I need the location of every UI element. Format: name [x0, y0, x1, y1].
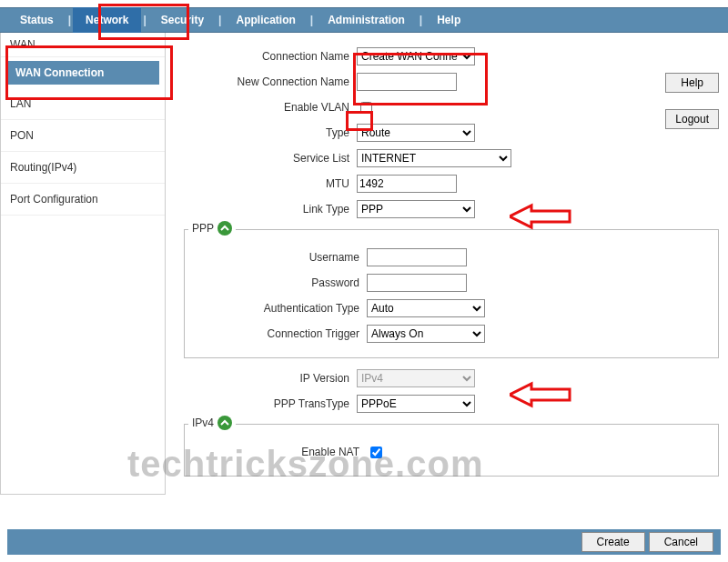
- sidebar: WAN WAN Connection LAN PON Routing(IPv4)…: [0, 33, 166, 495]
- ipv4-legend-label: IPv4: [192, 416, 214, 429]
- password-input[interactable]: [367, 274, 467, 292]
- ip-version-label: IP Version: [184, 372, 357, 385]
- top-nav: Status | Network | Security | Applicatio…: [0, 7, 728, 33]
- enable-nat-label: Enable NAT: [194, 446, 367, 458]
- main-panel: Connection Name Create WAN Conne New Con…: [166, 33, 728, 495]
- enable-vlan-label: Enable VLAN: [184, 101, 357, 114]
- help-button[interactable]: Help: [665, 73, 719, 93]
- nav-network[interactable]: Network: [73, 7, 141, 33]
- auth-type-label: Authentication Type: [194, 302, 367, 315]
- username-input[interactable]: [367, 248, 467, 266]
- service-list-label: Service List: [184, 152, 357, 165]
- enable-vlan-checkbox[interactable]: [360, 102, 372, 114]
- auth-type-select[interactable]: Auto: [367, 299, 485, 317]
- ipv4-fieldset: IPv4 Enable NAT: [184, 424, 719, 477]
- ppp-transtype-label: PPP TransType: [184, 397, 357, 410]
- mtu-label: MTU: [184, 177, 357, 190]
- nav-separator: |: [308, 14, 315, 26]
- ppp-transtype-select[interactable]: PPPoE: [357, 395, 475, 413]
- nav-status[interactable]: Status: [7, 7, 66, 33]
- sidebar-item-lan[interactable]: LAN: [1, 88, 165, 120]
- nav-administration[interactable]: Administration: [315, 7, 418, 33]
- create-button[interactable]: Create: [581, 532, 645, 552]
- sidebar-item-wan-connection[interactable]: WAN Connection: [6, 61, 159, 85]
- service-list-select[interactable]: INTERNET: [357, 149, 511, 167]
- ppp-legend-label: PPP: [192, 222, 214, 235]
- username-label: Username: [194, 251, 367, 264]
- type-label: Type: [184, 126, 357, 139]
- sidebar-group-wan[interactable]: WAN: [1, 33, 165, 57]
- enable-nat-checkbox[interactable]: [370, 447, 382, 458]
- conn-trigger-label: Connection Trigger: [194, 327, 367, 340]
- nav-help[interactable]: Help: [424, 7, 473, 33]
- nav-separator: |: [418, 14, 424, 26]
- collapse-icon[interactable]: [217, 221, 232, 236]
- nav-separator: |: [217, 14, 223, 26]
- sidebar-item-port-configuration[interactable]: Port Configuration: [1, 184, 165, 216]
- connection-name-label: Connection Name: [184, 50, 357, 63]
- sidebar-item-routing-ipv4[interactable]: Routing(IPv4): [1, 152, 165, 184]
- link-type-label: Link Type: [184, 203, 357, 216]
- bottom-bar: Create Cancel: [7, 529, 721, 555]
- nav-security[interactable]: Security: [148, 7, 217, 33]
- connection-name-select[interactable]: Create WAN Conne: [357, 47, 475, 65]
- nav-separator: |: [66, 14, 73, 26]
- new-connection-name-label: New Connection Name: [184, 75, 357, 88]
- right-button-group: Help Logout: [665, 73, 719, 129]
- password-label: Password: [194, 276, 367, 289]
- link-type-select[interactable]: PPP: [357, 200, 475, 218]
- ip-version-select: IPv4: [357, 369, 475, 387]
- collapse-icon[interactable]: [217, 416, 232, 430]
- ppp-fieldset: PPP Username Password Authentication Typ…: [184, 229, 719, 358]
- conn-trigger-select[interactable]: Always On: [367, 325, 485, 343]
- nav-application[interactable]: Application: [223, 7, 308, 33]
- mtu-input[interactable]: [357, 175, 457, 193]
- sidebar-item-pon[interactable]: PON: [1, 120, 165, 152]
- cancel-button[interactable]: Cancel: [649, 532, 713, 552]
- type-select[interactable]: Route: [357, 124, 475, 142]
- new-connection-name-input[interactable]: [357, 73, 457, 91]
- nav-separator: |: [141, 14, 147, 26]
- logout-button[interactable]: Logout: [665, 109, 719, 129]
